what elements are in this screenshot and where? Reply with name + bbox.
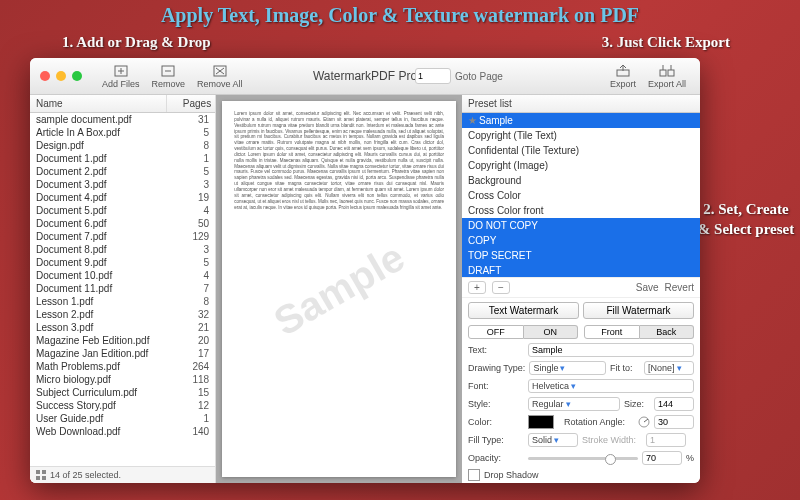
fill-type-label: Fill Type: [468,435,524,445]
text-input[interactable] [528,343,694,357]
goto-page-input[interactable] [415,68,451,84]
file-row[interactable]: Lesson 2.pdf32 [30,308,215,321]
document-preview: Lorem ipsum dolor sit amet, consectetur … [222,101,456,477]
export-button[interactable]: Export [604,64,642,89]
export-all-label: Export All [648,79,686,89]
preset-item[interactable]: DRAFT [462,263,700,277]
minimize-icon[interactable] [56,71,66,81]
file-row[interactable]: Document 3.pdf3 [30,178,215,191]
revert-preset-button[interactable]: Revert [665,282,694,293]
file-row[interactable]: User Guide.pdf1 [30,412,215,425]
file-row[interactable]: Lesson 3.pdf21 [30,321,215,334]
stroke-width-label: Stroke Width: [582,435,642,445]
seg-on[interactable]: ON [524,325,579,339]
col-pages[interactable]: Pages [167,95,215,112]
export-all-button[interactable]: Export All [642,64,692,89]
file-row[interactable]: Subject Curriculum.pdf15 [30,386,215,399]
grid-icon [36,470,46,480]
file-row[interactable]: Math Problems.pdf264 [30,360,215,373]
file-row[interactable]: sample document.pdf31 [30,113,215,126]
file-row[interactable]: Document 11.pdf7 [30,282,215,295]
window-title: WatermarkPDF Pro [313,69,417,83]
file-row[interactable]: Design.pdf8 [30,139,215,152]
export-label: Export [610,79,636,89]
opacity-input[interactable] [642,451,682,465]
preset-item[interactable]: TOP SECRET [462,248,700,263]
preset-item[interactable]: Copyright (Tile Text) [462,128,700,143]
preset-item[interactable]: Cross Color [462,188,700,203]
settings-panel: Preset list SampleCopyright (Tile Text)C… [462,95,700,483]
minus-icon [160,64,176,78]
drop-shadow-checkbox[interactable] [468,469,480,481]
traffic-lights [30,71,82,81]
font-select[interactable]: Helvetica [528,379,694,393]
preset-item[interactable]: COPY [462,233,700,248]
file-row[interactable]: Document 6.pdf50 [30,217,215,230]
drop-shadow-label: Drop Shadow [484,470,539,480]
seg-off[interactable]: OFF [468,325,524,339]
file-row[interactable]: Document 5.pdf4 [30,204,215,217]
size-input[interactable] [654,397,694,411]
preset-item[interactable]: Cross Color front [462,203,700,218]
font-label: Font: [468,381,524,391]
add-files-button[interactable]: Add Files [96,64,146,89]
svg-rect-12 [42,470,46,474]
file-row[interactable]: Document 4.pdf19 [30,191,215,204]
svg-rect-13 [36,476,40,480]
opacity-pct: % [686,453,694,463]
fill-type-select[interactable]: Solid [528,433,578,447]
opacity-label: Opacity: [468,453,524,463]
drawing-type-select[interactable]: Single [529,361,606,375]
status-text: 14 of 25 selected. [50,470,121,480]
tab-fill-watermark[interactable]: Fill Watermark [583,302,694,319]
stroke-width-input [646,433,686,447]
style-label: Style: [468,399,524,409]
file-row[interactable]: Document 2.pdf5 [30,165,215,178]
preset-item[interactable]: Copyright (Image) [462,158,700,173]
preset-item[interactable]: Confidental (Tile Texture) [462,143,700,158]
file-row[interactable]: Micro biology.pdf118 [30,373,215,386]
file-row[interactable]: Magazine Jan Edition.pdf17 [30,347,215,360]
preset-item[interactable]: Background [462,173,700,188]
svg-rect-10 [668,70,674,76]
export-icon [615,64,631,78]
file-row[interactable]: Document 10.pdf4 [30,269,215,282]
file-row[interactable]: Document 8.pdf3 [30,243,215,256]
file-row[interactable]: Document 1.pdf1 [30,152,215,165]
zoom-icon[interactable] [72,71,82,81]
preset-list[interactable]: SampleCopyright (Tile Text)Confidental (… [462,113,700,277]
tab-text-watermark[interactable]: Text Watermark [468,302,579,319]
app-window: Add Files Remove Remove All WatermarkPDF… [30,58,700,483]
rotation-dial-icon[interactable] [638,416,650,428]
preset-header: Preset list [462,95,700,113]
style-select[interactable]: Regular [528,397,620,411]
rotation-input[interactable] [654,415,694,429]
file-row[interactable]: Article In A Box.pdf5 [30,126,215,139]
preset-item[interactable]: DO NOT COPY [462,218,700,233]
color-swatch[interactable] [528,415,554,429]
close-icon[interactable] [40,71,50,81]
file-list[interactable]: sample document.pdf31Article In A Box.pd… [30,113,215,466]
fit-to-select[interactable]: [None] [644,361,694,375]
remove-all-button[interactable]: Remove All [191,64,249,89]
file-row[interactable]: Lesson 1.pdf8 [30,295,215,308]
file-row[interactable]: Magazine Feb Edition.pdf20 [30,334,215,347]
col-name[interactable]: Name [30,95,167,112]
remove-button[interactable]: Remove [146,64,192,89]
headline: Apply Text, Image, Color & Texture water… [0,0,800,29]
save-preset-button[interactable]: Save [636,282,659,293]
remove-preset-button[interactable]: − [492,281,510,294]
seg-front[interactable]: Front [584,325,640,339]
svg-rect-9 [660,70,666,76]
fit-to-label: Fit to: [610,363,640,373]
seg-back[interactable]: Back [640,325,695,339]
preset-item[interactable]: Sample [462,113,700,128]
goto-page: Goto Page [415,68,503,84]
remove-label: Remove [152,79,186,89]
add-preset-button[interactable]: + [468,281,486,294]
file-row[interactable]: Document 7.pdf129 [30,230,215,243]
file-row[interactable]: Success Story.pdf12 [30,399,215,412]
opacity-slider[interactable] [528,457,638,460]
file-row[interactable]: Web Download.pdf140 [30,425,215,438]
file-row[interactable]: Document 9.pdf5 [30,256,215,269]
